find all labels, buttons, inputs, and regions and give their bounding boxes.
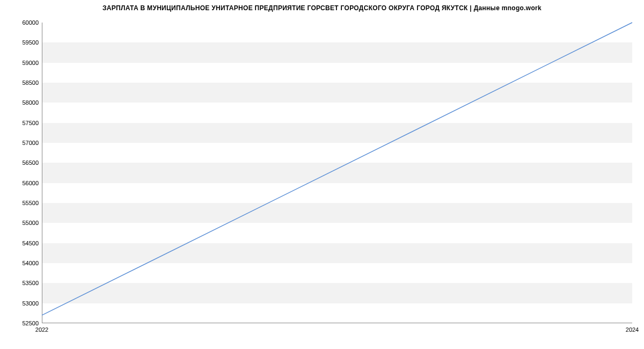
y-tick-label: 56500 (12, 159, 39, 166)
y-tick-label: 58500 (12, 79, 39, 86)
y-tick-label: 60000 (12, 19, 39, 26)
y-tick-label: 54500 (12, 240, 39, 246)
y-tick-label: 59000 (12, 60, 39, 66)
y-tick-label: 53500 (12, 280, 39, 286)
y-tick-label: 54000 (12, 260, 39, 266)
x-tick-label: 2024 (626, 326, 639, 333)
y-tick-label: 57500 (12, 120, 39, 126)
y-tick-label: 58000 (12, 99, 39, 106)
chart-title: ЗАРПЛАТА В МУНИЦИПАЛЬНОЕ УНИТАРНОЕ ПРЕДП… (0, 4, 644, 12)
line-series (42, 23, 632, 323)
y-tick-label: 59500 (12, 39, 39, 46)
y-tick-label: 53000 (12, 300, 39, 307)
y-tick-label: 52500 (12, 320, 39, 326)
x-tick-label: 2022 (35, 326, 48, 333)
plot-area (42, 23, 632, 323)
y-tick-label: 55000 (12, 220, 39, 226)
y-tick-label: 56000 (12, 180, 39, 186)
y-tick-label: 57000 (12, 140, 39, 146)
y-tick-label: 55500 (12, 200, 39, 206)
